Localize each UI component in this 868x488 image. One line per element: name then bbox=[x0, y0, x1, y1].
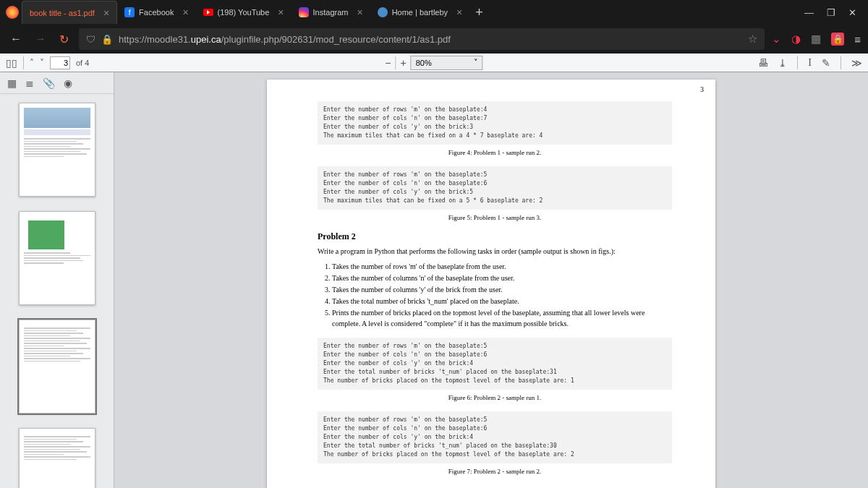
facebook-icon: f bbox=[124, 7, 135, 17]
back-button[interactable]: ← bbox=[7, 30, 25, 48]
layers-view-icon[interactable]: ◉ bbox=[64, 77, 72, 89]
close-icon[interactable]: × bbox=[357, 7, 362, 18]
address-bar[interactable]: 🛡 🔒 https://moodle31.upei.ca/pluginfile.… bbox=[79, 28, 765, 50]
print-icon[interactable]: 🖶 bbox=[758, 57, 768, 69]
close-icon[interactable]: × bbox=[278, 7, 284, 18]
minimize-button[interactable]: — bbox=[804, 7, 814, 18]
browser-toolbar: ← → ↻ 🛡 🔒 https://moodle31.upei.ca/plugi… bbox=[0, 25, 868, 53]
tools-overflow-icon[interactable]: ≫ bbox=[851, 57, 862, 69]
tab-strip: book title - as1.pdf × f Facebook × (198… bbox=[22, 0, 799, 25]
code-sample-fig5: Enter the number of rows 'm' on the base… bbox=[318, 166, 672, 210]
save-icon[interactable]: 🔒 bbox=[831, 33, 844, 46]
hamburger-menu-icon[interactable]: ≡ bbox=[854, 33, 861, 46]
tab-label: book title - as1.pdf bbox=[30, 9, 95, 17]
bartleby-icon bbox=[378, 7, 388, 17]
figure-caption-7: Figure 7: Problem 2 - sample run 2. bbox=[318, 468, 672, 475]
maximize-button[interactable]: ❐ bbox=[827, 7, 835, 18]
close-icon[interactable]: × bbox=[456, 7, 462, 18]
window-titlebar: book title - as1.pdf × f Facebook × (198… bbox=[0, 0, 868, 25]
tab-facebook[interactable]: f Facebook × bbox=[117, 1, 196, 24]
thumbnail-page-4[interactable] bbox=[19, 428, 95, 488]
page-up-button[interactable]: ˄ bbox=[30, 58, 34, 68]
page-number-corner: 3 bbox=[700, 85, 704, 93]
figure-caption-4: Figure 4: Problem 1 - sample run 2. bbox=[318, 149, 672, 156]
tab-active-pdf[interactable]: book title - as1.pdf × bbox=[22, 1, 117, 24]
problem2-intro: Write a program in Python that performs … bbox=[318, 247, 672, 257]
window-controls: — ❐ ✕ bbox=[799, 7, 862, 18]
list-item: Takes the total number of bricks 't_num'… bbox=[332, 296, 672, 307]
tab-label: Home | bartleby bbox=[392, 8, 448, 17]
url-text: https://moodle31.upei.ca/pluginfile.php/… bbox=[119, 34, 742, 45]
code-sample-fig6: Enter the number of rows 'm' on the base… bbox=[318, 338, 672, 390]
forward-button[interactable]: → bbox=[32, 30, 49, 48]
url-domain: upei.ca bbox=[191, 34, 221, 45]
list-item: Prints the number of bricks placed on th… bbox=[332, 307, 672, 329]
list-item: Takes the number of columns 'y' of the b… bbox=[332, 284, 672, 295]
pocket-icon[interactable]: ⌄ bbox=[772, 33, 781, 46]
page-number-input[interactable] bbox=[50, 56, 70, 69]
thumbnail-list bbox=[0, 94, 114, 488]
code-sample-fig7: Enter the number of rows 'm' on the base… bbox=[318, 411, 672, 463]
download-icon[interactable]: ⤓ bbox=[778, 57, 787, 69]
youtube-icon bbox=[203, 9, 213, 16]
new-tab-button[interactable]: + bbox=[469, 5, 489, 20]
thumbnail-page-2[interactable] bbox=[19, 211, 95, 305]
bookmark-star-icon[interactable]: ☆ bbox=[748, 33, 757, 46]
close-window-button[interactable]: ✕ bbox=[848, 7, 856, 18]
tab-bartleby[interactable]: Home | bartleby × bbox=[370, 1, 470, 24]
zoom-out-button[interactable]: − bbox=[385, 57, 391, 69]
extension-icon[interactable]: ◑ bbox=[791, 33, 801, 46]
sidebar-tools: ▦ ≣ 📎 ◉ bbox=[0, 72, 114, 94]
figure-caption-5: Figure 5: Problem 1 - sample run 3. bbox=[318, 214, 672, 221]
text-tool-icon[interactable]: I bbox=[808, 57, 812, 69]
thumbnail-page-1[interactable] bbox=[19, 103, 95, 197]
tab-youtube[interactable]: (198) YouTube × bbox=[196, 1, 292, 24]
toolbar-icons: ⌄ ◑ ▦ 🔒 ≡ bbox=[772, 33, 861, 46]
problem2-steps: Takes the number of rows 'm' of the base… bbox=[318, 261, 672, 329]
chevron-down-icon: ˅ bbox=[474, 58, 478, 67]
pdf-sidebar: ▦ ≣ 📎 ◉ bbox=[0, 72, 114, 488]
lock-icon: 🔒 bbox=[101, 34, 113, 45]
sidebar-toggle-icon[interactable]: ▯▯ bbox=[6, 57, 17, 69]
pdf-page-area[interactable]: 3 Enter the number of rows 'm' on the ba… bbox=[114, 72, 868, 488]
zoom-select[interactable]: 80% ˅ bbox=[411, 56, 483, 70]
tab-label: Instagram bbox=[313, 8, 349, 17]
thumbnails-view-icon[interactable]: ▦ bbox=[7, 77, 17, 89]
tab-instagram[interactable]: Instagram × bbox=[292, 1, 370, 24]
list-item: Takes the number of rows 'm' of the base… bbox=[332, 261, 672, 272]
container-icon[interactable]: ▦ bbox=[811, 33, 821, 46]
reload-button[interactable]: ↻ bbox=[56, 30, 72, 49]
tab-label: (198) YouTube bbox=[218, 8, 270, 17]
code-sample-fig4: Enter the number of rows 'm' on the base… bbox=[318, 101, 672, 145]
firefox-icon bbox=[6, 6, 19, 19]
thumbnail-page-3[interactable] bbox=[19, 320, 95, 414]
zoom-in-button[interactable]: + bbox=[401, 57, 407, 69]
list-item: Takes the number of columns 'n' of the b… bbox=[332, 273, 672, 283]
pdf-page-3: 3 Enter the number of rows 'm' on the ba… bbox=[267, 80, 715, 488]
tab-label: Facebook bbox=[139, 8, 174, 17]
close-icon[interactable]: × bbox=[182, 7, 188, 18]
close-icon[interactable]: × bbox=[103, 7, 109, 19]
url-path: /pluginfile.php/902631/mod_resource/cont… bbox=[221, 34, 451, 45]
pdf-toolbar: ▯▯ ˄ ˅ of 4 − + 80% ˅ 🖶 ⤓ I ✎ ≫ bbox=[0, 53, 868, 72]
shield-icon: 🛡 bbox=[86, 34, 95, 45]
attachments-view-icon[interactable]: 📎 bbox=[43, 77, 55, 89]
instagram-icon bbox=[299, 7, 309, 17]
outline-view-icon[interactable]: ≣ bbox=[25, 77, 34, 89]
draw-tool-icon[interactable]: ✎ bbox=[822, 57, 830, 69]
url-prefix: https://moodle31. bbox=[119, 34, 191, 45]
figure-caption-6: Figure 6: Problem 2 - sample run 1. bbox=[318, 394, 672, 401]
zoom-value: 80% bbox=[416, 59, 432, 67]
problem2-heading: Problem 2 bbox=[318, 231, 672, 242]
page-down-button[interactable]: ˅ bbox=[40, 58, 44, 68]
page-count-label: of 4 bbox=[76, 59, 89, 67]
